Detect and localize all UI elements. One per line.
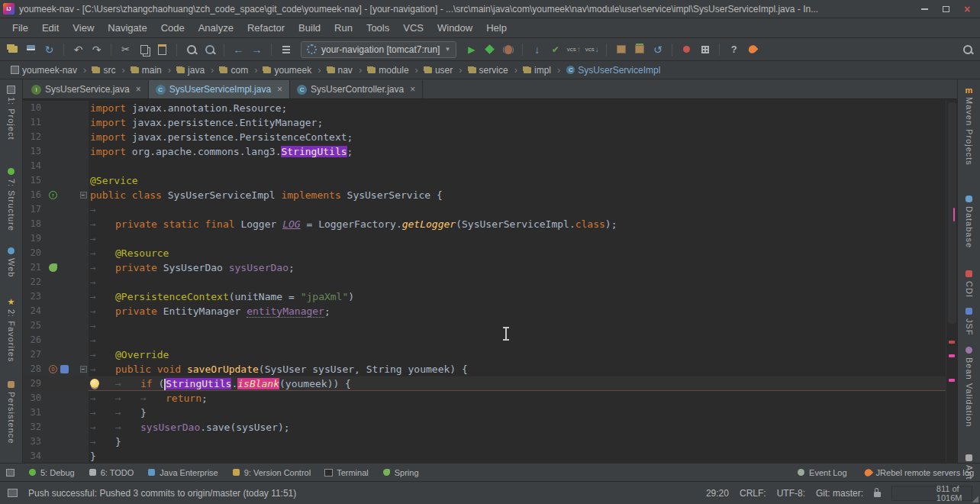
line-number[interactable]: 22	[23, 275, 44, 289]
application-servers-icon[interactable]	[698, 43, 711, 56]
code-line-20[interactable]: 20→@Resource	[23, 246, 957, 260]
code-line-23[interactable]: 23→@PersistenceContext(unitName = "jpaXm…	[23, 289, 957, 304]
line-number[interactable]: 21	[23, 260, 44, 275]
breadcrumb-item-youmeek-nav[interactable]: youmeek-nav	[8, 63, 80, 77]
line-number[interactable]: 32	[23, 420, 44, 435]
code-line-10[interactable]: 10import javax.annotation.Resource;	[23, 101, 957, 115]
toolwindow-database[interactable]: Database	[965, 195, 974, 248]
code-editor[interactable]: 10import javax.annotation.Resource;11imp…	[23, 99, 957, 463]
resize-grip[interactable]	[972, 496, 978, 502]
fold-marker-icon[interactable]: −	[80, 366, 87, 373]
toolwindow-jsf[interactable]: JSF	[965, 307, 974, 336]
toolwindow-spring[interactable]: Spring	[382, 468, 419, 477]
update-project-icon[interactable]	[530, 43, 543, 56]
line-number[interactable]: 33	[23, 435, 44, 449]
debug-icon[interactable]	[501, 43, 514, 56]
synchronize-icon[interactable]	[43, 43, 56, 56]
scrollbar-thumb[interactable]	[948, 102, 956, 324]
line-number[interactable]: 17	[23, 202, 44, 217]
toolwindow-persistence[interactable]: Persistence	[7, 380, 16, 444]
copy-icon[interactable]	[137, 43, 150, 56]
run-with-coverage-icon[interactable]	[483, 43, 496, 56]
menu-edit[interactable]: Edit	[36, 20, 65, 36]
toolwindow-event-log[interactable]: Event Log	[797, 468, 847, 477]
toolwindow-switcher-icon[interactable]	[6, 468, 15, 477]
menu-tools[interactable]: Tools	[360, 20, 395, 36]
run-configuration-select[interactable]: your-navigation [tomcat7:run] ▼	[301, 41, 456, 58]
code-line-14[interactable]: 14	[23, 159, 957, 173]
menu-code[interactable]: Code	[155, 20, 191, 36]
fold-marker-icon[interactable]: −	[80, 192, 87, 199]
menu-view[interactable]: View	[66, 20, 100, 36]
forward-icon[interactable]	[250, 43, 263, 56]
toolwindow-1-project[interactable]: 1: Project	[7, 86, 16, 140]
code-line-16[interactable]: 16−public class SysUserServiceImpl imple…	[23, 188, 957, 202]
breadcrumb-item-service[interactable]: service	[466, 63, 511, 77]
breadcrumb-item-youmeek[interactable]: youmeek	[260, 63, 314, 77]
toolwindow-7-structure[interactable]: 7: Structure	[7, 167, 16, 231]
menu-run[interactable]: Run	[328, 20, 359, 36]
breadcrumb-item-impl[interactable]: impl	[521, 63, 554, 77]
deploy-icon[interactable]	[633, 43, 646, 56]
code-line-34[interactable]: 34}	[23, 449, 957, 463]
menu-analyze[interactable]: Analyze	[192, 20, 240, 36]
toolwindow-6-todo[interactable]: 6: TODO	[89, 468, 134, 477]
menu-window[interactable]: Window	[431, 20, 479, 36]
commit-changes-icon[interactable]	[549, 43, 562, 56]
code-line-22[interactable]: 22→	[23, 275, 957, 289]
undo-icon[interactable]	[72, 43, 85, 56]
code-line-24[interactable]: 24→private EntityManager entityManager;	[23, 304, 957, 318]
encoding-indicator[interactable]: UTF-8:	[777, 488, 805, 499]
toolwindow-java-enterprise[interactable]: Java Enterprise	[147, 468, 218, 477]
line-number[interactable]: 16	[23, 188, 44, 202]
code-line-19[interactable]: 19→	[23, 231, 957, 246]
line-number[interactable]: 34	[23, 449, 44, 463]
rollback-icon[interactable]	[651, 43, 664, 56]
code-line-30[interactable]: 30→→→return;	[23, 391, 957, 405]
code-line-11[interactable]: 11import javax.persistence.EntityManager…	[23, 115, 957, 130]
code-line-33[interactable]: 33→}	[23, 435, 957, 449]
breadcrumb-item-java[interactable]: java	[174, 63, 208, 77]
menu-build[interactable]: Build	[292, 20, 327, 36]
code-line-12[interactable]: 12import javax.persistence.PersistenceCo…	[23, 130, 957, 144]
breadcrumb-item-nav[interactable]: nav	[324, 63, 356, 77]
code-line-13[interactable]: 13import org.apache.commons.lang3.String…	[23, 144, 957, 159]
editor-scrollbar[interactable]	[946, 99, 957, 463]
toolwindow-terminal[interactable]: Terminal	[324, 468, 369, 477]
caret-position[interactable]: 29:20	[706, 488, 729, 499]
minimize-button[interactable]	[919, 4, 930, 15]
code-line-32[interactable]: 32→→sysUserDao.save(sysUser);	[23, 420, 957, 435]
toolwindow-cdi[interactable]: CDI	[965, 270, 974, 298]
paste-icon[interactable]	[156, 43, 169, 56]
menu-file[interactable]: File	[6, 20, 34, 36]
intention-bulb-icon[interactable]	[90, 379, 99, 388]
editor-tab-sysuserserviceimpl-java[interactable]: CSysUserServiceImpl.java×	[149, 80, 290, 99]
menu-help[interactable]: Help	[480, 20, 513, 36]
line-number[interactable]: 14	[23, 159, 44, 173]
line-number[interactable]: 18	[23, 217, 44, 231]
breadcrumb-item-module[interactable]: module	[365, 63, 411, 77]
jrebel-icon[interactable]	[746, 43, 759, 56]
line-number[interactable]: 11	[23, 115, 44, 130]
editor-tab-sysusercontroller-java[interactable]: CSysUserController.java×	[290, 80, 423, 99]
find-icon[interactable]	[185, 43, 198, 56]
editor-tab-sysuserservice-java[interactable]: ISysUserService.java×	[24, 80, 149, 99]
menu-navigate[interactable]: Navigate	[102, 20, 153, 36]
code-line-26[interactable]: 26→	[23, 333, 957, 347]
breadcrumb-item-user[interactable]: user	[421, 63, 456, 77]
breadcrumb-item-com[interactable]: com	[217, 63, 251, 77]
ejb-marker-icon[interactable]	[60, 365, 69, 373]
redo-icon[interactable]	[90, 43, 103, 56]
code-line-28[interactable]: 28−→public void saveOrUpdate(SysUser sys…	[23, 362, 957, 376]
menu-refactor[interactable]: Refactor	[241, 20, 291, 36]
line-number[interactable]: 29	[23, 376, 44, 391]
code-line-17[interactable]: 17→	[23, 202, 957, 217]
line-number[interactable]: 25	[23, 318, 44, 333]
line-separator-indicator[interactable]: CRLF:	[740, 488, 766, 499]
memory-indicator[interactable]: 811 of 1016M	[891, 486, 972, 501]
breadcrumb-item-src[interactable]: src	[89, 63, 118, 77]
save-icon[interactable]	[24, 43, 37, 56]
line-number[interactable]: 10	[23, 101, 44, 115]
spring-bean-icon[interactable]	[49, 263, 57, 272]
run-button[interactable]	[465, 43, 478, 56]
